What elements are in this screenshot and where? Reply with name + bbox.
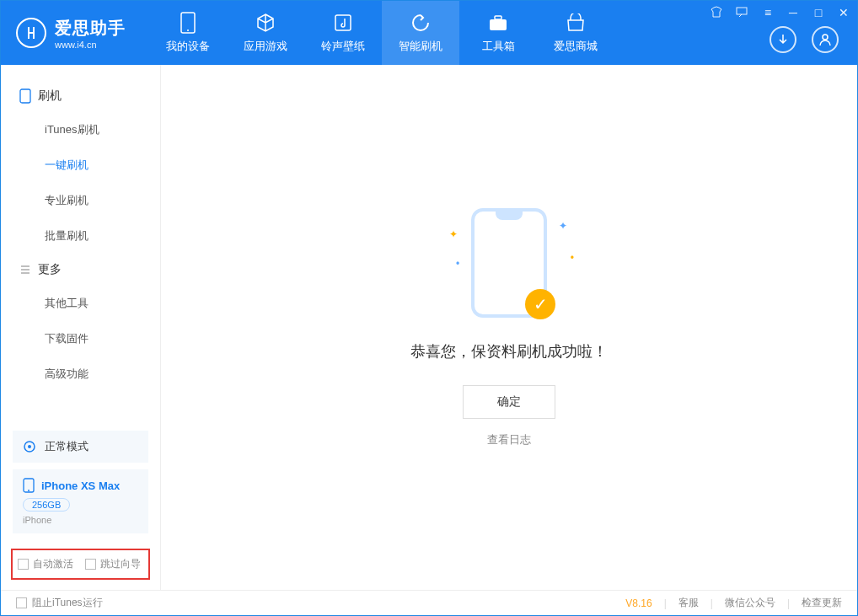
- sidebar-item-download-fw[interactable]: 下载固件: [1, 321, 160, 356]
- nav-label: 铃声壁纸: [321, 39, 365, 54]
- success-illustration: ✦ • ✦ • ✓: [471, 208, 547, 318]
- sidebar-item-advanced[interactable]: 高级功能: [1, 356, 160, 392]
- refresh-icon: [410, 12, 432, 34]
- minimize-icon[interactable]: ─: [786, 6, 800, 19]
- svg-rect-5: [737, 8, 747, 14]
- checkbox-label: 跳过向导: [100, 557, 141, 571]
- highlighted-options-box: 自动激活 跳过向导: [11, 549, 150, 580]
- nav-label: 工具箱: [482, 39, 515, 54]
- nav-smart-flash[interactable]: 智能刷机: [382, 1, 459, 65]
- statusbar: 阻止iTunes运行 V8.16 | 客服 | 微信公众号 | 检查更新: [1, 590, 857, 615]
- nav-toolbox[interactable]: 工具箱: [459, 1, 537, 65]
- version-label: V8.16: [625, 597, 652, 609]
- svg-rect-4: [495, 16, 501, 19]
- mode-icon: [23, 440, 36, 453]
- mode-label: 正常模式: [45, 439, 88, 454]
- sidebar-item-itunes-flash[interactable]: iTunes刷机: [1, 112, 160, 147]
- confirm-button[interactable]: 确定: [463, 385, 555, 419]
- device-type: iPhone: [23, 515, 138, 525]
- window-controls: ≡ ─ □ ✕: [711, 6, 850, 19]
- sidebar-group-title: 更多: [38, 262, 62, 277]
- logo-icon: [16, 18, 46, 48]
- app-name: 爱思助手: [55, 17, 126, 40]
- sidebar-group-title: 刷机: [38, 88, 62, 104]
- download-button[interactable]: [770, 26, 796, 53]
- app-url: www.i4.cn: [55, 40, 126, 50]
- nav-label: 爱思商城: [554, 39, 598, 54]
- auto-activate-checkbox[interactable]: 自动激活: [18, 557, 73, 571]
- svg-rect-3: [490, 19, 507, 30]
- sidebar-item-batch-flash[interactable]: 批量刷机: [1, 218, 160, 254]
- app-logo[interactable]: 爱思助手 www.i4.cn: [1, 17, 141, 50]
- svg-rect-2: [335, 15, 351, 30]
- sidebar-group-flash: 刷机: [1, 80, 160, 112]
- nav-label: 我的设备: [166, 39, 210, 54]
- toolbox-icon: [487, 12, 509, 34]
- list-icon: [19, 264, 31, 276]
- top-nav: 我的设备 应用游戏 铃声壁纸 智能刷机 工具箱 爱思商城: [149, 1, 614, 65]
- titlebar: 爱思助手 www.i4.cn 我的设备 应用游戏 铃声壁纸 智能刷机 工具箱 爱…: [1, 1, 857, 65]
- sidebar-group-more: 更多: [1, 254, 160, 286]
- sidebar: 刷机 iTunes刷机 一键刷机 专业刷机 批量刷机 更多 其他工具 下载固件 …: [1, 65, 161, 590]
- main-content: ✦ • ✦ • ✓ 恭喜您，保资料刷机成功啦！ 确定 查看日志: [161, 65, 857, 590]
- store-icon: [565, 12, 587, 34]
- nav-label: 智能刷机: [399, 39, 442, 54]
- check-badge-icon: ✓: [525, 289, 555, 319]
- device-capacity: 256GB: [23, 498, 70, 512]
- checkbox-label: 阻止iTunes运行: [32, 596, 103, 610]
- block-itunes-checkbox[interactable]: 阻止iTunes运行: [16, 596, 103, 610]
- svg-point-9: [28, 445, 31, 448]
- sb-link-update[interactable]: 检查更新: [802, 596, 842, 610]
- device-mode-panel[interactable]: 正常模式: [13, 431, 148, 463]
- menu-icon[interactable]: ≡: [761, 6, 775, 19]
- device-icon: [177, 12, 199, 34]
- phone-icon: [23, 478, 35, 493]
- cube-icon: [255, 12, 276, 34]
- svg-point-1: [187, 29, 189, 31]
- sidebar-item-onekey-flash[interactable]: 一键刷机: [1, 147, 160, 183]
- success-message: 恭喜您，保资料刷机成功啦！: [410, 341, 608, 362]
- nav-label: 应用游戏: [244, 39, 287, 54]
- device-name: iPhone XS Max: [41, 479, 120, 492]
- skip-guide-checkbox[interactable]: 跳过向导: [85, 557, 141, 571]
- svg-point-11: [28, 490, 29, 491]
- maximize-icon[interactable]: □: [812, 6, 825, 19]
- user-button[interactable]: [812, 26, 839, 53]
- feedback-icon[interactable]: [736, 6, 749, 19]
- phone-icon: [19, 88, 31, 104]
- nav-ringtones[interactable]: 铃声壁纸: [304, 1, 382, 65]
- nav-my-device[interactable]: 我的设备: [149, 1, 227, 65]
- svg-point-6: [823, 35, 828, 40]
- sidebar-item-pro-flash[interactable]: 专业刷机: [1, 183, 160, 218]
- view-log-link[interactable]: 查看日志: [487, 432, 531, 447]
- nav-store[interactable]: 爱思商城: [537, 1, 614, 65]
- checkbox-label: 自动激活: [33, 557, 73, 571]
- sb-link-wechat[interactable]: 微信公众号: [725, 596, 775, 610]
- sidebar-item-other-tools[interactable]: 其他工具: [1, 286, 160, 321]
- svg-rect-7: [20, 89, 30, 103]
- music-icon: [332, 12, 354, 34]
- nav-apps-games[interactable]: 应用游戏: [227, 1, 304, 65]
- header-right: [770, 26, 839, 53]
- close-icon[interactable]: ✕: [837, 6, 850, 19]
- skin-icon[interactable]: [711, 6, 724, 19]
- device-panel[interactable]: iPhone XS Max 256GB iPhone: [13, 469, 148, 533]
- sb-link-support[interactable]: 客服: [678, 596, 699, 610]
